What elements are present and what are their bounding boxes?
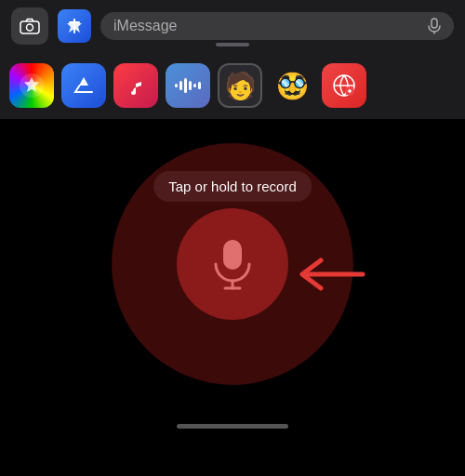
svg-rect-8 [189,81,192,90]
drag-indicator [216,43,249,46]
svg-rect-5 [175,84,178,87]
app-avatar[interactable]: 🥸 [270,63,314,108]
record-button[interactable] [177,208,288,320]
svg-rect-10 [198,82,201,89]
microphone-icon [212,238,253,290]
camera-button[interactable] [11,7,48,45]
outer-record-circle: Tap or hold to record [112,143,353,385]
app-photos[interactable] [9,63,54,108]
app-memoji[interactable]: 🧑 [218,63,262,108]
svg-rect-16 [223,240,242,270]
app-audio[interactable] [166,63,210,108]
svg-point-1 [27,24,33,31]
search-bar[interactable]: iMessage [100,12,454,40]
app-tray: 🧑 🥸 [0,52,465,119]
record-tooltip: Tap or hold to record [153,171,312,202]
home-bar [177,424,288,429]
main-content: Tap or hold to record [0,119,465,409]
svg-rect-7 [184,78,187,93]
svg-rect-6 [179,81,182,90]
appstore-top-button[interactable] [58,9,91,43]
svg-rect-2 [432,19,437,28]
mic-search-icon [428,18,441,34]
svg-rect-9 [193,84,196,87]
app-appstore[interactable] [61,63,106,108]
home-indicator [0,409,465,443]
app-globe[interactable] [322,63,366,108]
search-placeholder: iMessage [113,18,420,34]
app-music[interactable] [113,63,158,108]
svg-rect-0 [20,21,39,33]
arrow-indicator [293,251,367,301]
